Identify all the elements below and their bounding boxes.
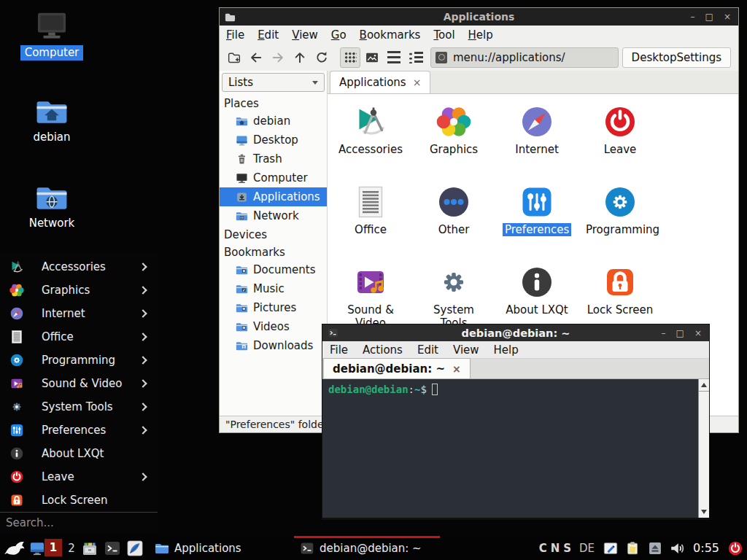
search-input[interactable] (6, 516, 152, 529)
launcher-featherpad[interactable] (126, 536, 144, 560)
sidebar-item-downloads[interactable]: Downloads (220, 336, 327, 355)
menu-view[interactable]: View (285, 28, 325, 42)
desktop-icon-computer[interactable]: Computer (9, 10, 94, 61)
menu-item-graphics[interactable]: Graphics (0, 279, 158, 302)
maximize-button[interactable]: □ (676, 329, 684, 338)
terminal-output[interactable]: debian@debian:~$ (322, 379, 709, 518)
workspace-1-button[interactable]: 1 (44, 539, 62, 556)
window-titlebar[interactable]: Applications – □ × (220, 8, 738, 26)
icon-view-button[interactable] (340, 47, 360, 68)
folder-accessories[interactable]: Accessories (329, 98, 412, 156)
menu-view[interactable]: View (446, 343, 487, 357)
menu-item-leave[interactable]: Leave (0, 465, 158, 489)
menu-edit[interactable]: Edit (410, 343, 446, 357)
sidebar-item-documents[interactable]: Documents (220, 260, 327, 279)
keyboard-layout[interactable]: DE (579, 542, 595, 555)
menu-item-office[interactable]: Office (0, 325, 158, 349)
menu-go[interactable]: Go (325, 28, 353, 42)
scroll-down-icon[interactable] (701, 510, 707, 514)
minimize-button[interactable]: – (662, 329, 666, 338)
sidebar-item-network[interactable]: Network (220, 206, 327, 225)
scroll-up-icon[interactable] (701, 383, 707, 387)
launcher-terminal[interactable] (104, 536, 121, 560)
folder-office[interactable]: Office (329, 179, 412, 236)
sidebar-item-pictures[interactable]: Pictures (220, 298, 327, 317)
path-field[interactable]: menu://applications/ (430, 47, 619, 68)
new-tab-button[interactable] (224, 47, 244, 68)
workspace-2-button[interactable]: 2 (65, 536, 78, 560)
sidebar-item-desktop[interactable]: Desktop (220, 131, 327, 149)
screenshot-tray-button[interactable] (603, 540, 619, 556)
removable-media-button[interactable] (648, 540, 662, 556)
menu-file[interactable]: File (220, 28, 251, 42)
clipboard-tray-button[interactable] (625, 540, 641, 556)
folder-preferences[interactable]: Preferences (495, 179, 578, 236)
folder-other[interactable]: Other (412, 179, 495, 236)
maximize-button[interactable]: □ (705, 12, 713, 21)
tab-close-icon[interactable]: × (452, 363, 461, 375)
close-button[interactable]: × (694, 329, 702, 338)
tab-bar: Applications × (328, 71, 738, 94)
folder-programming[interactable]: Programming (578, 179, 662, 236)
sidebar-mode-select[interactable]: Lists (222, 73, 325, 92)
sidebar-item-computer[interactable]: Computer (220, 168, 327, 187)
window-controls: – □ × (662, 329, 704, 338)
task-button-applications[interactable]: Applications (149, 536, 293, 560)
start-menu-button[interactable] (3, 536, 26, 560)
reload-button[interactable] (311, 47, 332, 68)
sidebar-item-videos[interactable]: Videos (220, 317, 327, 336)
terminal-icon (300, 541, 314, 556)
close-button[interactable]: × (724, 12, 731, 21)
lock-screen-icon (603, 265, 638, 300)
tab-applications[interactable]: Applications × (330, 71, 430, 93)
item-lock-screen[interactable]: Lock Screen (578, 259, 662, 316)
folder-leave[interactable]: Leave (578, 98, 662, 156)
detailed-view-button[interactable] (406, 47, 426, 68)
task-button-terminal[interactable]: debian@debian: ~ (294, 536, 440, 560)
item-about-lxqt[interactable]: About LXQt (495, 259, 578, 316)
compact-view-button[interactable] (384, 47, 404, 68)
minimize-button[interactable]: – (691, 12, 695, 21)
menu-item-preferences[interactable]: Preferences (0, 419, 158, 442)
sidebar-item-applications[interactable]: Applications (220, 187, 327, 206)
desktop-icon-debian[interactable]: debian (9, 98, 94, 145)
sidebar-item-music[interactable]: Music (220, 279, 327, 298)
menu-edit[interactable]: Edit (251, 28, 285, 42)
terminal-tab[interactable]: debian@debian: ~ × (323, 358, 471, 378)
tab-close-icon[interactable]: × (413, 77, 422, 88)
folder-graphics[interactable]: Graphics (412, 98, 495, 156)
sidebar-item-debian[interactable]: debian (220, 112, 327, 131)
keyboard-indicator[interactable]: C N S (539, 542, 571, 555)
clock[interactable]: 0:55 (693, 541, 719, 555)
graphics-icon (9, 283, 24, 298)
desktop-icon-network[interactable]: Network (9, 184, 94, 231)
folder-internet[interactable]: Internet (495, 98, 578, 156)
up-button[interactable] (290, 47, 310, 68)
folder-sound-video[interactable]: Sound & Video (329, 259, 412, 330)
menu-help[interactable]: Help (487, 343, 526, 357)
scrollbar[interactable] (698, 379, 709, 518)
forward-button[interactable] (268, 47, 288, 68)
menu-help[interactable]: Help (462, 28, 500, 42)
menu-item-programming[interactable]: Programming (0, 349, 158, 372)
menu-actions[interactable]: Actions (355, 343, 410, 357)
show-desktop-button[interactable] (29, 536, 45, 560)
menu-item-accessories[interactable]: Accessories (0, 255, 158, 279)
menu-item-about-lxqt[interactable]: About LXQt (0, 442, 158, 465)
path-crumb-desktopsettings[interactable]: DesktopSettings (622, 47, 731, 68)
thumbnail-view-button[interactable] (362, 47, 382, 68)
sidebar-group-places: Places (220, 94, 327, 112)
menu-tool[interactable]: Tool (427, 28, 461, 42)
sidebar-item-trash[interactable]: Trash (220, 149, 327, 168)
menu-file[interactable]: File (322, 343, 355, 357)
menu-item-internet[interactable]: Internet (0, 302, 158, 325)
folder-system-tools[interactable]: System Tools (412, 259, 495, 330)
window-titlebar[interactable]: debian@debian: ~ – □ × (322, 324, 709, 341)
volume-button[interactable] (669, 540, 685, 556)
launcher-file-manager[interactable] (81, 536, 98, 560)
power-button[interactable] (727, 540, 743, 556)
menu-bookmarks[interactable]: Bookmarks (353, 28, 427, 42)
menu-item-lock-screen[interactable]: Lock Screen (0, 489, 158, 512)
back-button[interactable] (246, 47, 266, 68)
menu-item-system-tools[interactable]: System Tools (0, 395, 158, 419)
